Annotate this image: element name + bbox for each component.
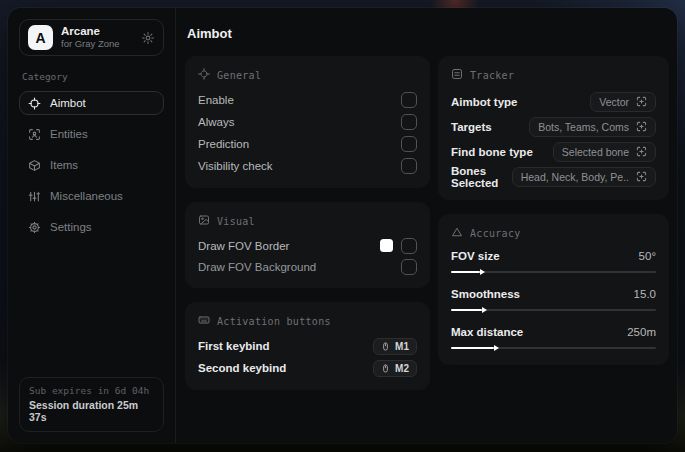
checkbox-always[interactable] xyxy=(401,114,417,130)
setting-label: Draw FOV Background xyxy=(198,261,316,273)
keyboard-icon xyxy=(198,314,210,328)
sidebar-item-aimbot[interactable]: Aimbot xyxy=(19,91,164,115)
select-scan-icon xyxy=(636,96,647,107)
visual-card: Visual Draw FOV Border Draw FOV Backgrou… xyxy=(185,202,430,288)
setting-row: Aimbot type Vector xyxy=(451,89,656,114)
setting-row: Draw FOV Border xyxy=(198,235,417,256)
activation-card: Activation buttons First keybind M1 xyxy=(185,302,430,390)
sidebar-item-items[interactable]: Items xyxy=(19,153,164,177)
sub-expires-text: Sub expires in 6d 04h xyxy=(29,385,154,396)
keybind-button-first[interactable]: M1 xyxy=(373,338,417,355)
setting-label: Smoothness xyxy=(451,288,520,300)
app-logo-letter: A xyxy=(35,30,45,46)
keybind-button-second[interactable]: M2 xyxy=(373,360,417,377)
activation-header: Activation buttons xyxy=(198,314,417,328)
slider-value: 250m xyxy=(627,326,656,338)
section-title: Activation buttons xyxy=(217,316,331,327)
slider-smoothness[interactable] xyxy=(451,305,656,314)
checkbox-visibility-check[interactable] xyxy=(401,158,417,174)
checkbox-draw-fov-background[interactable] xyxy=(401,259,417,275)
setting-row: Targets Bots, Teams, Coms xyxy=(451,114,656,139)
checkbox-enable[interactable] xyxy=(401,92,417,108)
setting-label: Find bone type xyxy=(451,146,533,158)
setting-row: First keybind M1 xyxy=(198,335,417,357)
dropdown-bones-selected[interactable]: Head, Neck, Body, Pe.. xyxy=(512,167,656,187)
keybind-value: M1 xyxy=(395,341,409,352)
sidebar-item-entities[interactable]: Entities xyxy=(19,122,164,146)
app-logo: A xyxy=(28,25,53,50)
select-scan-icon xyxy=(636,146,647,157)
slider-fill xyxy=(451,347,494,349)
setting-label: Enable xyxy=(198,94,234,106)
setting-label: First keybind xyxy=(198,340,270,352)
setting-row: Second keybind M2 xyxy=(198,357,417,379)
mouse-icon xyxy=(381,364,390,373)
setting-label: Max distance xyxy=(451,326,523,338)
setting-row: Bones Selected Head, Neck, Body, Pe.. xyxy=(451,164,656,189)
setting-row: Enable xyxy=(198,89,417,111)
slider-fill xyxy=(451,309,482,311)
setting-label: Visibility check xyxy=(198,160,273,172)
slider-max-distance[interactable] xyxy=(451,343,656,352)
slider-group-max-distance: Max distance 250m xyxy=(451,323,656,352)
setting-label: Always xyxy=(198,116,234,128)
setting-row: Draw FOV Background xyxy=(198,256,417,277)
triangle-icon xyxy=(451,226,463,240)
dropdown-value: Head, Neck, Body, Pe.. xyxy=(521,171,629,183)
page-title: Aimbot xyxy=(187,26,669,41)
crosshair-icon xyxy=(28,97,41,110)
setting-label: Targets xyxy=(451,121,492,133)
setting-label: Prediction xyxy=(198,138,249,150)
setting-row: Prediction xyxy=(198,133,417,155)
checkbox-draw-fov-border[interactable] xyxy=(401,238,417,254)
sidebar-spacer xyxy=(19,239,164,377)
sidebar: A Arcane for Gray Zone Category xyxy=(8,8,176,443)
left-column: General Enable Always Prediction xyxy=(185,56,430,390)
main-content: Aimbot General xyxy=(176,8,677,443)
dropdown-targets[interactable]: Bots, Teams, Coms xyxy=(529,117,656,137)
image-icon xyxy=(198,214,210,228)
slider-fov-size[interactable] xyxy=(451,267,656,276)
gear-icon xyxy=(28,221,41,234)
app-name: Arcane xyxy=(61,25,120,38)
category-label: Category xyxy=(22,71,161,82)
sidebar-item-label: Aimbot xyxy=(50,97,86,109)
setting-label: Draw FOV Border xyxy=(198,240,289,252)
app-header: A Arcane for Gray Zone xyxy=(19,19,164,56)
keybind-value: M2 xyxy=(395,363,409,374)
app-settings-icon[interactable] xyxy=(141,31,155,45)
dropdown-aimbot-type[interactable]: Vector xyxy=(590,92,656,112)
sidebar-item-settings[interactable]: Settings xyxy=(19,215,164,239)
slider-value: 15.0 xyxy=(634,288,656,300)
app-subtitle: for Gray Zone xyxy=(61,39,120,50)
dropdown-value: Vector xyxy=(599,96,629,108)
general-header: General xyxy=(198,68,417,82)
dropdown-value: Selected bone xyxy=(562,146,629,158)
sidebar-item-label: Entities xyxy=(50,128,88,140)
slider-value: 50° xyxy=(639,250,656,262)
setting-label: Bones Selected xyxy=(451,165,512,189)
setting-row: Find bone type Selected bone xyxy=(451,139,656,164)
sidebar-item-miscellaneous[interactable]: Miscellaneous xyxy=(19,184,164,208)
accuracy-card: Accuracy FOV size 50° xyxy=(438,214,669,365)
fov-border-color-swatch[interactable] xyxy=(380,239,393,252)
setting-row: Visibility check xyxy=(198,155,417,177)
checkbox-prediction[interactable] xyxy=(401,136,417,152)
setting-label: Second keybind xyxy=(198,362,286,374)
cheat-menu-window: A Arcane for Gray Zone Category xyxy=(8,8,677,443)
list-box-icon xyxy=(451,68,463,82)
accuracy-header: Accuracy xyxy=(451,226,656,240)
tracker-header: Tracker xyxy=(451,68,656,82)
visual-header: Visual xyxy=(198,214,417,228)
section-title: General xyxy=(217,70,261,81)
dropdown-find-bone-type[interactable]: Selected bone xyxy=(553,142,656,162)
game-background: A Arcane for Gray Zone Category xyxy=(0,0,685,452)
slider-group-fov-size: FOV size 50° xyxy=(451,247,656,276)
select-scan-icon xyxy=(636,121,647,132)
setting-label: Aimbot type xyxy=(451,96,517,108)
crosshair-icon xyxy=(198,68,210,82)
slider-group-smoothness: Smoothness 15.0 xyxy=(451,285,656,314)
slider-fill xyxy=(451,271,480,273)
sidebar-item-label: Items xyxy=(50,159,78,171)
right-column: Tracker Aimbot type Vector xyxy=(438,56,669,365)
